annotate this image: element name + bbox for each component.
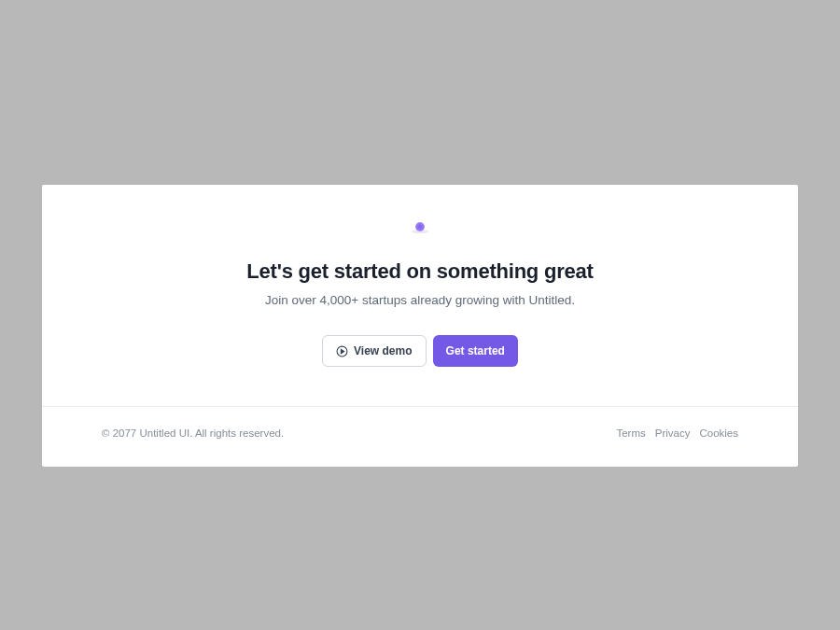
hero-content: Let's get started on something great Joi… xyxy=(42,222,798,406)
get-started-button[interactable]: Get started xyxy=(433,335,518,367)
view-demo-label: View demo xyxy=(354,344,412,357)
footer: © 2077 Untitled UI. All rights reserved.… xyxy=(42,406,798,467)
get-started-label: Get started xyxy=(446,344,505,357)
play-circle-icon xyxy=(336,345,348,357)
hero-subheading: Join over 4,000+ startups already growin… xyxy=(265,293,575,307)
svg-marker-1 xyxy=(341,349,343,353)
view-demo-button[interactable]: View demo xyxy=(322,335,426,367)
footer-links: Terms Privacy Cookies xyxy=(616,427,738,439)
cookies-link[interactable]: Cookies xyxy=(699,427,738,439)
logo-icon xyxy=(411,222,429,233)
terms-link[interactable]: Terms xyxy=(616,427,645,439)
main-card: Let's get started on something great Joi… xyxy=(42,185,798,467)
copyright-text: © 2077 Untitled UI. All rights reserved. xyxy=(102,427,284,439)
button-group: View demo Get started xyxy=(322,335,518,367)
privacy-link[interactable]: Privacy xyxy=(655,427,691,439)
hero-heading: Let's get started on something great xyxy=(246,259,593,284)
